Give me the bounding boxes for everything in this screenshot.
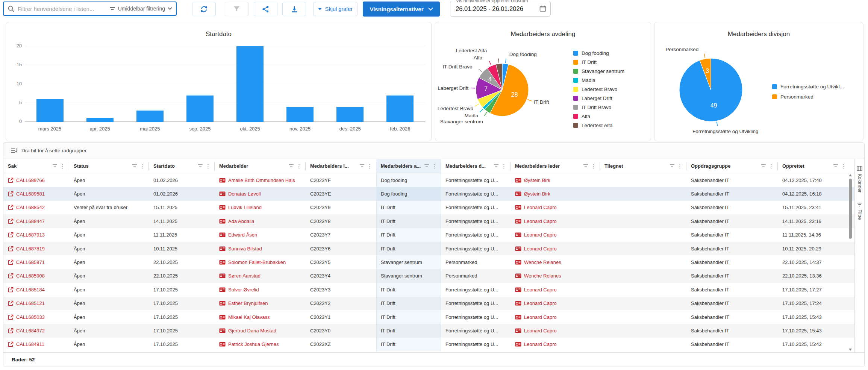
header-menu-icon[interactable]: ⋮ [499, 163, 507, 170]
open-case-icon[interactable] [8, 273, 14, 279]
cell-medarbeider[interactable]: Edward Åsen [215, 228, 306, 242]
header-filter-icon[interactable] [583, 164, 588, 168]
cell-medarbeider[interactable]: Mikael Kaj Olavass [215, 310, 306, 324]
bar[interactable] [186, 96, 214, 122]
contact-card-icon[interactable] [219, 219, 226, 224]
contact-card-icon[interactable] [515, 287, 521, 292]
column-header-medarbeiders-leder[interactable]: Medarbeiders leder⋮ [510, 159, 600, 173]
table-row[interactable]: CALL685033Åpen17.10.2025Mikael Kaj Olava… [3, 310, 864, 324]
open-case-icon[interactable] [8, 328, 14, 334]
bar[interactable] [136, 111, 164, 122]
column-header-medarbeiders-i-[interactable]: Medarbeiders i...⋮ [306, 159, 376, 173]
open-case-icon[interactable] [8, 205, 14, 210]
header-menu-icon[interactable]: ⋮ [203, 163, 212, 170]
table-row[interactable]: CALL685121Åpen17.10.2025Esther Brynjulfs… [3, 297, 864, 310]
person-link[interactable]: Øystein Birk [524, 177, 550, 183]
person-link[interactable]: Øystein Birk [524, 191, 550, 197]
contact-card-icon[interactable] [219, 342, 226, 347]
legend-item[interactable]: Personmarked [772, 92, 844, 102]
case-link[interactable]: CALL689581 [16, 191, 45, 197]
legend-item[interactable]: Madla [573, 76, 624, 85]
contact-card-icon[interactable] [515, 178, 521, 183]
date-range-field[interactable]: Vis henvendelser opprettet i tidsrom 26.… [450, 1, 551, 17]
case-link[interactable]: CALL685033 [16, 314, 45, 320]
person-link[interactable]: Amalie Brith Ommundsen Hals [228, 177, 295, 183]
person-link[interactable]: Donatas Løvoll [228, 191, 261, 197]
table-row[interactable]: CALL684972Åpen17.10.2025Gjertrud Daria M… [3, 324, 864, 337]
person-link[interactable]: Solomon Fallet-Brubakken [228, 259, 286, 265]
contact-card-icon[interactable] [515, 191, 521, 196]
header-menu-icon[interactable]: ⋮ [429, 163, 438, 170]
cell-leder[interactable]: Leonard Capro [510, 242, 600, 255]
legend-item[interactable]: Forretningsstøtte og Utvikl... [772, 82, 844, 92]
person-link[interactable]: Gjertrud Daria Mostad [228, 328, 276, 334]
cell-leder[interactable]: Leonard Capro [510, 297, 600, 310]
case-link[interactable]: CALL685908 [16, 273, 45, 279]
contact-card-icon[interactable] [219, 328, 226, 333]
header-menu-icon[interactable]: ⋮ [365, 163, 373, 170]
contact-card-icon[interactable] [515, 328, 521, 333]
header-filter-icon[interactable] [198, 164, 203, 168]
cell-sak[interactable]: CALL687819 [3, 242, 69, 255]
table-row[interactable]: CALL688447Åpen14.11.2025Ada AbdallaC2023… [3, 214, 864, 228]
case-link[interactable]: CALL685121 [16, 300, 45, 306]
legend-item[interactable]: Stavanger sentrum [573, 67, 624, 76]
case-link[interactable]: CALL687819 [16, 246, 45, 252]
open-case-icon[interactable] [8, 218, 14, 224]
cell-sak[interactable]: CALL689581 [3, 187, 69, 200]
header-menu-icon[interactable]: ⋮ [294, 163, 303, 170]
contact-card-icon[interactable] [515, 273, 521, 278]
open-case-icon[interactable] [8, 259, 14, 265]
person-link[interactable]: Leonard Capro [524, 287, 557, 293]
table-row[interactable]: CALL685908Åpen22.10.2025Søren AanstadC20… [3, 269, 864, 283]
header-menu-icon[interactable]: ⋮ [675, 163, 683, 170]
legend-item[interactable]: Laberget Drift [573, 94, 624, 103]
column-header-medarbeiders-d-[interactable]: Medarbeiders d...⋮ [441, 159, 510, 173]
contact-card-icon[interactable] [219, 205, 226, 210]
case-link[interactable]: CALL685971 [16, 259, 45, 265]
cell-sak[interactable]: CALL688542 [3, 201, 69, 214]
column-header-status[interactable]: Status⋮ [69, 159, 149, 173]
contact-card-icon[interactable] [515, 301, 521, 306]
person-link[interactable]: Leonard Capro [524, 205, 557, 210]
contact-card-icon[interactable] [515, 219, 521, 224]
case-link[interactable]: CALL684972 [16, 328, 45, 334]
legend-item[interactable]: Dog fooding [573, 49, 624, 58]
bar[interactable] [336, 107, 364, 122]
cell-medarbeider[interactable]: Solvor Øvrelid [215, 283, 306, 296]
cell-medarbeider[interactable]: Solomon Fallet-Brubakken [215, 255, 306, 269]
cell-medarbeider[interactable]: Ludvik Lilleland [215, 201, 306, 214]
calendar-icon[interactable] [539, 5, 547, 12]
legend-item[interactable]: Ledertest Alfa [573, 121, 624, 130]
contact-card-icon[interactable] [219, 260, 226, 265]
cell-sak[interactable]: CALL685908 [3, 269, 69, 283]
legend-item[interactable]: Ledertest Bravo [573, 85, 624, 94]
cell-medarbeider[interactable]: Ada Abdalla [215, 214, 306, 228]
person-link[interactable]: Søren Aanstad [228, 273, 261, 279]
person-link[interactable]: Solvor Øvrelid [228, 287, 259, 293]
cell-leder[interactable]: Leonard Capro [510, 310, 600, 324]
header-filter-icon[interactable] [833, 164, 838, 168]
group-panel[interactable]: Dra hit for å sette radgrupper [3, 143, 864, 159]
bar[interactable] [386, 96, 414, 122]
open-case-icon[interactable] [8, 246, 14, 252]
case-link[interactable]: CALL685184 [16, 287, 45, 293]
scroll-down-arrow[interactable] [849, 349, 852, 351]
open-case-icon[interactable] [8, 191, 14, 197]
column-header-medarbeider[interactable]: Medarbeider⋮ [215, 159, 306, 173]
contact-card-icon[interactable] [515, 205, 521, 210]
case-link[interactable]: CALL688447 [16, 218, 45, 224]
person-link[interactable]: Patrick Joshua Gjernes [228, 341, 279, 347]
cell-leder[interactable]: Leonard Capro [510, 324, 600, 337]
person-link[interactable]: Wenche Reianes [524, 259, 561, 265]
person-link[interactable]: Leonard Capro [524, 218, 557, 224]
person-link[interactable]: Leonard Capro [524, 300, 557, 306]
cell-sak[interactable]: CALL685033 [3, 310, 69, 324]
header-menu-icon[interactable]: ⋮ [766, 163, 775, 170]
header-filter-icon[interactable] [761, 164, 766, 168]
bar[interactable] [86, 118, 114, 122]
cell-sak[interactable]: CALL684911 [3, 338, 69, 351]
cell-leder[interactable]: Wenche Reianes [510, 255, 600, 269]
contact-card-icon[interactable] [219, 273, 226, 278]
open-case-icon[interactable] [8, 314, 14, 320]
